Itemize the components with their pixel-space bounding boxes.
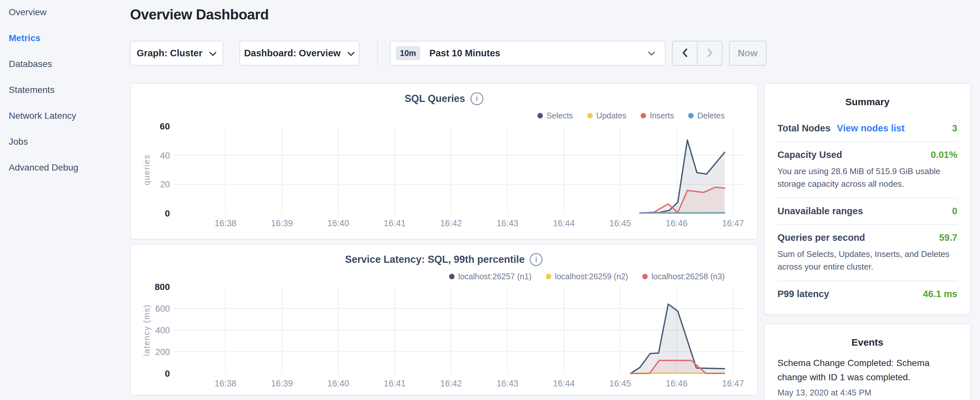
svg-text:queries: queries (142, 155, 151, 185)
summary-row-head: Queries per second59.7 (778, 232, 957, 243)
legend-item-updates[interactable]: Updates (587, 111, 626, 120)
svg-text:400: 400 (155, 325, 170, 335)
summary-label: Capacity Used (778, 149, 842, 161)
sql-queries-plot[interactable]: 16:3816:3916:4016:4116:4216:4316:4416:45… (131, 84, 758, 240)
service-latency-sql-99th-percentile-plot[interactable]: 16:3816:3916:4016:4116:4216:4316:4416:45… (131, 245, 758, 396)
svg-text:latency (ms): latency (ms) (142, 304, 151, 356)
svg-text:16:38: 16:38 (215, 218, 237, 228)
legend-label: Updates (596, 111, 626, 120)
event-timestamp: May 13, 2020 at 4:45 PM (778, 388, 957, 398)
svg-text:200: 200 (155, 347, 170, 357)
summary-row-head: Unavailable ranges0 (778, 205, 957, 217)
legend-dot-icon (642, 274, 648, 279)
legend-label: localhost:26259 (n2) (555, 272, 628, 281)
sidebar: OverviewMetricsDatabasesStatementsNetwor… (9, 5, 122, 186)
summary-panel: Summary Total NodesView nodes list3Capac… (764, 83, 971, 315)
svg-text:600: 600 (155, 304, 170, 314)
summary-value: 0.01% (931, 150, 957, 160)
sidebar-item-advanced-debug[interactable]: Advanced Debug (9, 161, 122, 175)
dashboard-dropdown-label: Dashboard: Overview (244, 48, 340, 59)
summary-description: You are using 28.6 MiB of 515.9 GiB usab… (778, 165, 957, 190)
svg-text:16:45: 16:45 (609, 218, 631, 228)
time-range-dropdown[interactable]: 10m Past 10 Minutes (390, 41, 665, 66)
legend-label: Inserts (650, 111, 674, 120)
summary-row-head: Total NodesView nodes list3 (778, 122, 957, 134)
summary-row-total-nodes: Total NodesView nodes list3 (778, 116, 957, 142)
toolbar-divider (377, 41, 378, 65)
svg-text:16:39: 16:39 (271, 379, 293, 388)
legend-item-inserts[interactable]: Inserts (641, 111, 674, 120)
summary-row-head: Capacity Used0.01% (778, 149, 957, 161)
graph-scope-dropdown[interactable]: Graph: Cluster (130, 41, 223, 66)
sidebar-item-jobs[interactable]: Jobs (9, 135, 122, 149)
sql-queries-chart-panel: SQL Queries i SelectsUpdatesInsertsDelet… (130, 83, 758, 239)
summary-row-head: P99 latency46.1 ms (778, 288, 957, 300)
sidebar-item-metrics[interactable]: Metrics (9, 31, 122, 45)
chart-legend: SelectsUpdatesInsertsDeletes (538, 111, 725, 120)
event-message: Schema Change Completed: Schema change w… (778, 356, 957, 384)
time-range-step-buttons (672, 41, 722, 66)
view-nodes-list-link[interactable]: View nodes list (837, 123, 905, 134)
summary-label: Queries per second (778, 232, 865, 243)
svg-text:16:43: 16:43 (496, 379, 519, 388)
summary-row-capacity-used: Capacity Used0.01%You are using 28.6 MiB… (778, 142, 957, 198)
legend-dot-icon (688, 113, 694, 118)
legend-item-localhost-26259-n2[interactable]: localhost:26259 (n2) (546, 272, 628, 281)
legend-item-selects[interactable]: Selects (538, 111, 573, 120)
legend-item-localhost-26258-n3[interactable]: localhost:26258 (n3) (642, 272, 725, 281)
summary-title: Summary (765, 96, 970, 108)
summary-label: P99 latency (778, 288, 829, 300)
svg-text:16:38: 16:38 (215, 379, 237, 388)
summary-label: Total Nodes (778, 122, 830, 134)
legend-label: localhost:26258 (n3) (651, 272, 725, 281)
service-latency-chart-panel: Service Latency: SQL, 99th percentile i … (130, 244, 758, 395)
summary-value: 46.1 ms (923, 288, 957, 300)
next-range-button[interactable] (698, 41, 722, 65)
svg-text:16:46: 16:46 (666, 379, 688, 388)
legend-label: Selects (546, 111, 573, 120)
svg-text:16:44: 16:44 (553, 379, 575, 388)
legend-dot-icon (587, 113, 593, 118)
svg-text:16:41: 16:41 (384, 379, 406, 388)
legend-label: Deletes (697, 111, 725, 120)
events-title: Events (765, 336, 970, 348)
svg-text:16:43: 16:43 (496, 218, 519, 228)
svg-text:16:40: 16:40 (328, 379, 349, 388)
now-button[interactable]: Now (729, 41, 767, 66)
chart-title: Service Latency: SQL, 99th percentile (345, 254, 525, 265)
svg-text:16:42: 16:42 (440, 379, 462, 388)
info-icon[interactable]: i (530, 253, 542, 266)
summary-value: 59.7 (939, 233, 957, 243)
chevron-left-icon (681, 48, 689, 59)
svg-text:0: 0 (165, 209, 170, 218)
svg-text:16:47: 16:47 (722, 218, 744, 228)
legend-item-deletes[interactable]: Deletes (688, 111, 725, 120)
svg-text:40: 40 (160, 151, 170, 161)
sidebar-item-statements[interactable]: Statements (9, 83, 122, 97)
legend-dot-icon (641, 113, 646, 118)
events-panel: Events Schema Change Completed: Schema c… (764, 324, 971, 400)
info-icon[interactable]: i (471, 92, 484, 105)
svg-text:16:41: 16:41 (384, 218, 406, 228)
legend-label: localhost:26257 (n1) (458, 272, 531, 281)
event-item[interactable]: Schema Change Completed: Schema change w… (778, 356, 957, 398)
summary-description: Sum of Selects, Updates, Inserts, and De… (778, 248, 957, 273)
svg-text:16:39: 16:39 (271, 218, 293, 228)
legend-dot-icon (538, 113, 543, 118)
legend-item-localhost-26257-n1[interactable]: localhost:26257 (n1) (449, 272, 531, 281)
sidebar-item-network-latency[interactable]: Network Latency (9, 109, 122, 123)
chevron-down-icon (347, 48, 355, 59)
time-range-label: Past 10 Minutes (430, 48, 500, 59)
sidebar-item-databases[interactable]: Databases (9, 57, 122, 71)
svg-text:16:47: 16:47 (722, 379, 744, 388)
chart-legend: localhost:26257 (n1)localhost:26259 (n2)… (449, 272, 725, 281)
summary-value: 0 (952, 206, 957, 217)
dashboard-dropdown[interactable]: Dashboard: Overview (239, 41, 360, 66)
graph-scope-dropdown-label: Graph: Cluster (137, 48, 202, 59)
svg-text:0: 0 (165, 369, 170, 379)
summary-label: Unavailable ranges (778, 205, 863, 217)
sidebar-item-overview[interactable]: Overview (9, 5, 122, 19)
chevron-right-icon (706, 48, 713, 59)
legend-dot-icon (449, 274, 455, 279)
previous-range-button[interactable] (673, 41, 698, 65)
